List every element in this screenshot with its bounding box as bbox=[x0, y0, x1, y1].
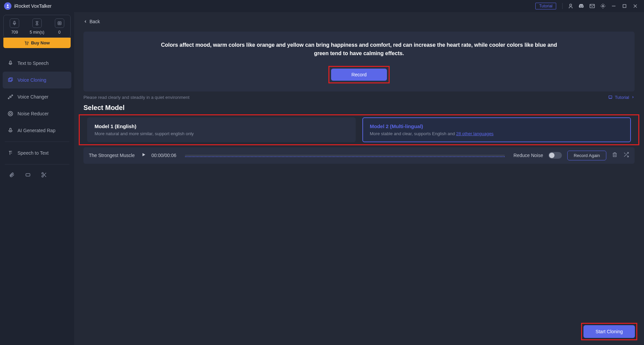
record-again-button[interactable]: Record Again bbox=[567, 151, 606, 160]
start-cloning-button[interactable]: Start Cloning bbox=[583, 325, 635, 338]
svg-rect-5 bbox=[623, 5, 626, 8]
svg-point-16 bbox=[10, 96, 11, 98]
nav-label: Voice Cloning bbox=[17, 77, 46, 83]
hint-text: Please read clearly and steadily in a qu… bbox=[83, 95, 189, 100]
svg-rect-14 bbox=[8, 79, 11, 82]
svg-point-3 bbox=[602, 5, 604, 7]
section-title: Select Model bbox=[74, 103, 644, 113]
svg-point-10 bbox=[59, 23, 60, 24]
coin-credit-icon bbox=[55, 18, 64, 28]
progress-bar[interactable] bbox=[185, 155, 505, 156]
credit-time: 5 min(s) bbox=[30, 18, 44, 35]
maximize-icon[interactable] bbox=[620, 1, 629, 11]
user-icon[interactable] bbox=[566, 1, 575, 11]
playback-row: The Strongest Muscle 00:00/00:06 Reduce … bbox=[83, 147, 635, 164]
credit-mic: 709 bbox=[10, 18, 19, 35]
prompt-text: Colors affect mood, warm colors like ora… bbox=[157, 41, 561, 58]
close-icon[interactable] bbox=[631, 1, 640, 11]
nav-divider bbox=[5, 142, 69, 142]
svg-point-19 bbox=[8, 111, 13, 116]
nav-ai-rap[interactable]: AI Generated Rap bbox=[3, 122, 71, 139]
svg-marker-29 bbox=[143, 153, 145, 156]
credit-value: 5 min(s) bbox=[30, 30, 44, 35]
back-label: Back bbox=[90, 19, 100, 24]
attachment-icon[interactable] bbox=[9, 172, 15, 179]
reduce-noise-toggle[interactable] bbox=[548, 152, 562, 159]
buy-now-label: Buy Now bbox=[31, 40, 50, 45]
time-credit-icon bbox=[32, 18, 42, 28]
main-container: 709 5 min(s) 0 Buy Now Text to Speech Vo… bbox=[0, 12, 644, 345]
hint-row: Please read clearly and steadily in a qu… bbox=[74, 91, 644, 103]
tutorial-link[interactable]: Tutorial bbox=[608, 95, 635, 100]
sidebar: 709 5 min(s) 0 Buy Now Text to Speech Vo… bbox=[0, 12, 74, 345]
credits-row: 709 5 min(s) 0 bbox=[3, 15, 71, 38]
delete-icon[interactable] bbox=[612, 152, 618, 159]
credit-value: 709 bbox=[11, 30, 18, 35]
mic-credit-icon bbox=[10, 18, 19, 28]
nav-label: Voice Changer bbox=[17, 94, 48, 100]
tutorial-label: Tutorial bbox=[615, 95, 629, 100]
model-title: Model 1 (English) bbox=[95, 123, 348, 129]
credit-coin: 0 bbox=[55, 18, 64, 35]
nav-label: AI Generated Rap bbox=[17, 128, 56, 133]
play-icon[interactable] bbox=[141, 152, 146, 158]
track-name: The Strongest Muscle bbox=[89, 153, 136, 158]
svg-point-1 bbox=[570, 4, 572, 6]
svg-point-20 bbox=[9, 113, 11, 115]
loop-icon[interactable] bbox=[25, 172, 31, 179]
titlebar-left: iRocket VoxTalker bbox=[4, 2, 51, 10]
svg-rect-22 bbox=[26, 174, 30, 176]
nav-speech-to-text[interactable]: Speech to Text bbox=[3, 145, 71, 161]
record-button[interactable]: Record bbox=[331, 69, 387, 81]
svg-rect-15 bbox=[9, 78, 12, 81]
nav-text-to-speech[interactable]: Text to Speech bbox=[3, 55, 71, 72]
shuffle-icon[interactable] bbox=[623, 152, 629, 159]
app-title: iRocket VoxTalker bbox=[14, 3, 51, 9]
content-area: Back Colors affect mood, warm colors lik… bbox=[74, 12, 644, 345]
nav-list: Text to Speech Voice Cloning Voice Chang… bbox=[3, 55, 71, 184]
chevron-right-icon bbox=[631, 95, 635, 99]
time-display: 00:00/00:06 bbox=[151, 153, 176, 158]
model-row-highlight: Model 1 (English) More natural and more … bbox=[79, 114, 639, 145]
model-card-2[interactable]: Model 2 (Multi-lingual) More stable and … bbox=[362, 117, 631, 142]
reduce-noise-label: Reduce Noise bbox=[513, 153, 543, 158]
start-cloning-highlight: Start Cloning bbox=[581, 323, 637, 340]
model-desc: More stable and clear, supports English … bbox=[370, 131, 623, 136]
credit-value: 0 bbox=[58, 30, 61, 35]
model-card-1[interactable]: Model 1 (English) More natural and more … bbox=[87, 117, 356, 142]
tutorial-badge[interactable]: Tutorial bbox=[535, 3, 556, 9]
svg-point-11 bbox=[26, 44, 26, 45]
prompt-card: Colors affect mood, warm colors like ora… bbox=[83, 32, 635, 91]
minimize-icon[interactable] bbox=[609, 1, 618, 11]
svg-rect-21 bbox=[10, 128, 11, 131]
svg-point-0 bbox=[7, 4, 9, 6]
nav-divider bbox=[5, 164, 69, 164]
divider bbox=[562, 3, 563, 9]
back-link[interactable]: Back bbox=[83, 19, 100, 24]
nav-noise-reducer[interactable]: Noise Reducer bbox=[3, 105, 71, 122]
titlebar: iRocket VoxTalker Tutorial bbox=[0, 0, 644, 12]
svg-point-12 bbox=[28, 44, 28, 45]
nav-voice-cloning[interactable]: Voice Cloning bbox=[3, 72, 71, 88]
svg-point-17 bbox=[8, 98, 9, 99]
svg-rect-8 bbox=[14, 21, 15, 24]
model-desc-prefix: More stable and clear, supports English … bbox=[370, 131, 456, 136]
nav-label: Speech to Text bbox=[17, 150, 48, 156]
discord-icon[interactable] bbox=[577, 1, 586, 11]
mini-tools bbox=[3, 167, 71, 184]
record-highlight: Record bbox=[328, 66, 389, 83]
svg-point-18 bbox=[12, 95, 13, 96]
app-logo bbox=[4, 2, 11, 10]
svg-rect-9 bbox=[58, 22, 61, 25]
nav-label: Text to Speech bbox=[17, 61, 49, 66]
titlebar-right: Tutorial bbox=[535, 1, 640, 11]
content-header: Back bbox=[74, 12, 644, 26]
settings-icon[interactable] bbox=[598, 1, 608, 11]
nav-voice-changer[interactable]: Voice Changer bbox=[3, 88, 71, 105]
buy-now-button[interactable]: Buy Now bbox=[3, 38, 71, 48]
mail-icon[interactable] bbox=[587, 1, 597, 11]
languages-link[interactable]: 28 other languages bbox=[456, 131, 494, 136]
progress-indicator bbox=[185, 156, 505, 157]
cut-icon[interactable] bbox=[41, 172, 47, 179]
model-title: Model 2 (Multi-lingual) bbox=[370, 123, 623, 129]
